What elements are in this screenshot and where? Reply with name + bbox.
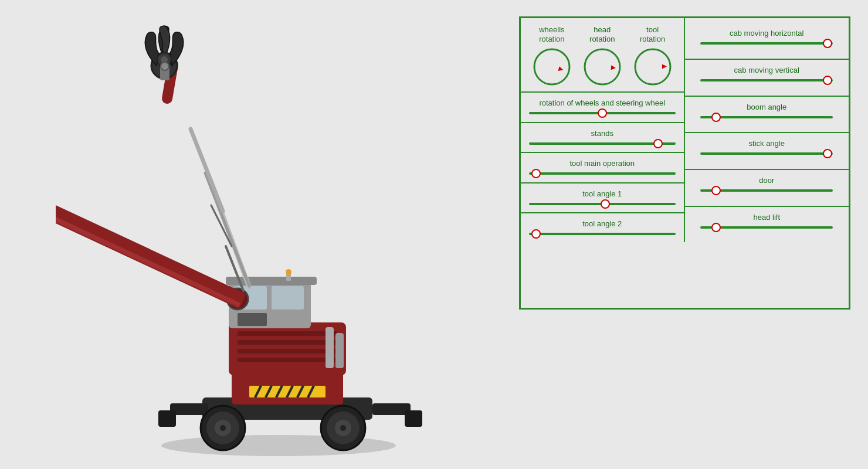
svg-point-49 — [286, 269, 291, 275]
head-rotation-dial[interactable] — [582, 47, 622, 87]
tool-main-op-row: tool main operation — [521, 153, 684, 183]
stick-angle-label: stick angle — [749, 139, 785, 148]
stands-track[interactable] — [529, 142, 676, 145]
tool-angle-1-label: tool angle 1 — [582, 189, 622, 198]
stands-label: stands — [591, 129, 613, 138]
rotation-wheels-steering-thumb[interactable] — [598, 108, 607, 118]
stick-angle-track[interactable] — [700, 152, 833, 155]
stick-angle-row: stick angle — [685, 133, 849, 170]
svg-point-47 — [161, 62, 169, 70]
door-track[interactable] — [700, 189, 833, 192]
cab-horizontal-row: cab moving horizontal — [685, 18, 849, 60]
svg-point-52 — [534, 49, 569, 84]
stands-row: stands — [521, 123, 684, 153]
svg-rect-34 — [238, 313, 267, 326]
cab-vertical-label: cab moving vertical — [734, 66, 799, 74]
svg-rect-27 — [238, 358, 337, 362]
right-column: cab moving horizontal cab moving vertica… — [685, 18, 849, 242]
svg-rect-29 — [335, 333, 344, 368]
door-thumb[interactable] — [711, 186, 721, 195]
head-lift-thumb[interactable] — [711, 223, 721, 232]
cab-horizontal-track[interactable] — [700, 42, 833, 45]
tool-main-op-label: tool main operation — [569, 159, 635, 168]
tool-rotation-control: tool rotation — [633, 25, 673, 87]
svg-point-14 — [340, 425, 346, 431]
tool-angle-1-row: tool angle 1 — [521, 183, 684, 213]
tool-angle-2-track[interactable] — [529, 233, 676, 235]
tool-angle-1-thumb[interactable] — [601, 199, 610, 209]
svg-point-10 — [220, 425, 226, 431]
door-row: door — [685, 170, 849, 207]
head-lift-row: head lift — [685, 207, 849, 243]
tool-rotation-label: tool rotation — [640, 25, 665, 43]
rotary-row: wheells rotation head rotation tool rota — [521, 18, 684, 93]
head-rotation-control: head rotation — [582, 25, 622, 87]
cab-horizontal-label: cab moving horizontal — [730, 29, 803, 38]
wheels-rotation-dial[interactable] — [532, 47, 572, 87]
svg-marker-53 — [558, 66, 564, 72]
stands-thumb[interactable] — [653, 139, 663, 148]
tool-rotation-dial[interactable] — [633, 47, 673, 87]
svg-rect-28 — [326, 327, 334, 368]
boom-angle-row: boom angle — [685, 97, 849, 134]
tool-main-op-thumb[interactable] — [531, 169, 541, 178]
rotation-wheels-steering-row: rotation of wheels and steering wheel — [521, 93, 684, 123]
door-label: door — [759, 176, 774, 185]
cab-vertical-track[interactable] — [700, 79, 833, 81]
rotation-wheels-steering-label: rotation of wheels and steering wheel — [539, 98, 665, 107]
svg-point-54 — [585, 49, 620, 84]
svg-rect-32 — [272, 286, 304, 310]
cab-horizontal-thumb[interactable] — [823, 39, 832, 48]
boom-angle-label: boom angle — [747, 103, 786, 111]
svg-rect-26 — [238, 349, 337, 354]
svg-rect-4 — [158, 410, 176, 427]
cab-vertical-thumb[interactable] — [823, 76, 832, 85]
svg-rect-25 — [238, 340, 337, 345]
wheels-rotation-label: wheells rotation — [539, 25, 564, 43]
machine-illustration — [0, 0, 510, 469]
svg-marker-57 — [662, 64, 666, 69]
wheels-rotation-control: wheells rotation — [532, 25, 572, 87]
cab-vertical-row: cab moving vertical — [685, 60, 849, 97]
rotation-wheels-steering-track[interactable] — [529, 112, 676, 114]
tool-main-op-track[interactable] — [529, 172, 676, 175]
head-lift-label: head lift — [753, 213, 780, 222]
svg-marker-55 — [611, 66, 616, 71]
head-rotation-label: head rotation — [589, 25, 615, 43]
boom-angle-thumb[interactable] — [711, 113, 721, 122]
tool-angle-2-row: tool angle 2 — [521, 213, 684, 242]
svg-rect-24 — [238, 331, 337, 336]
head-lift-track[interactable] — [700, 226, 833, 229]
boom-angle-track[interactable] — [700, 116, 833, 118]
stick-angle-thumb[interactable] — [823, 149, 832, 158]
left-column: wheells rotation head rotation tool rota — [521, 18, 685, 242]
tool-angle-2-thumb[interactable] — [531, 229, 541, 239]
tool-angle-2-label: tool angle 2 — [582, 219, 622, 228]
tool-angle-1-track[interactable] — [529, 203, 676, 205]
control-panel: wheells rotation head rotation tool rota — [519, 16, 850, 310]
svg-rect-6 — [405, 410, 422, 427]
